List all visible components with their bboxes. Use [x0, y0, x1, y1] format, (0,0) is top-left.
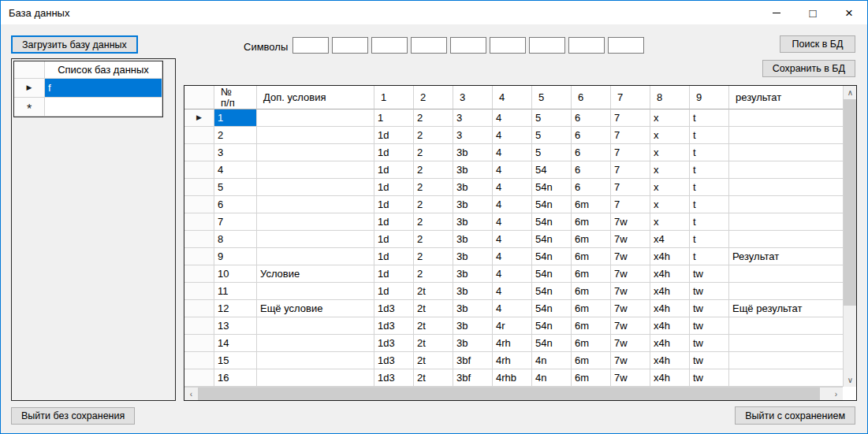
symbol-input-6[interactable]	[490, 37, 526, 54]
grid-cell[interactable]: 2	[414, 127, 453, 144]
column-header-2[interactable]: Доп. условия	[257, 86, 374, 109]
exit-without-save-button[interactable]: Выйти без сохранения	[11, 407, 135, 425]
grid-cell[interactable]: 8	[214, 231, 257, 248]
grid-cell[interactable]: 2	[414, 196, 453, 213]
grid-cell[interactable]	[257, 317, 374, 335]
grid-cell[interactable]: 7w	[611, 248, 650, 265]
grid-cell[interactable]: 54n	[532, 248, 572, 265]
grid-cell[interactable]: 7	[611, 196, 650, 213]
grid-cell[interactable]: t	[690, 196, 729, 213]
grid-cell[interactable]	[729, 283, 843, 300]
grid-cell[interactable]: 4	[493, 213, 532, 231]
row-header[interactable]	[184, 127, 214, 144]
grid-cell[interactable]: 54n	[532, 196, 572, 213]
grid-cell[interactable]: 54n	[532, 213, 572, 231]
grid-cell[interactable]: 3bf	[453, 369, 493, 387]
grid-cell[interactable]: x4h	[650, 300, 690, 317]
grid-cell[interactable]: 4r	[493, 317, 532, 335]
grid-cell[interactable]: 54n	[532, 231, 572, 248]
row-header[interactable]	[184, 369, 214, 387]
row-header[interactable]	[184, 179, 214, 196]
grid-cell[interactable]: Ещё результат	[729, 300, 843, 317]
row-header[interactable]	[184, 335, 214, 352]
minimize-icon[interactable]	[758, 1, 795, 24]
row-header[interactable]	[184, 352, 214, 369]
grid-cell[interactable]: 5	[532, 127, 572, 144]
grid-cell[interactable]: 1d3	[374, 317, 414, 335]
grid-cell[interactable]: 4rhb	[493, 369, 532, 387]
grid-cell[interactable]: 7	[214, 213, 257, 231]
grid-cell[interactable]: 54	[532, 161, 572, 179]
grid-cell[interactable]	[257, 213, 374, 231]
grid-cell[interactable]: 6m	[572, 213, 611, 231]
grid-cell[interactable]: 1d	[374, 265, 414, 283]
grid-cell[interactable]: 3	[214, 144, 257, 161]
row-selector[interactable]: ▶	[14, 79, 45, 98]
grid-cell[interactable]	[257, 127, 374, 144]
grid-cell[interactable]: 2	[414, 179, 453, 196]
new-row-indicator[interactable]: *	[14, 98, 45, 117]
grid-cell[interactable]: x	[650, 109, 690, 127]
grid-cell[interactable]: 4n	[532, 369, 572, 387]
grid-cell[interactable]: 7w	[611, 317, 650, 335]
grid-cell[interactable]: 4	[493, 179, 532, 196]
grid-cell[interactable]: 4	[493, 196, 532, 213]
row-header[interactable]	[184, 283, 214, 300]
grid-cell[interactable]: 7	[611, 109, 650, 127]
row-header[interactable]	[184, 196, 214, 213]
grid-cell[interactable]: t	[690, 161, 729, 179]
horizontal-scrollbar[interactable]: ‹ ›	[184, 387, 843, 400]
scroll-right-icon[interactable]: ›	[829, 388, 843, 401]
row-header[interactable]	[184, 213, 214, 231]
grid-cell[interactable]: 6m	[572, 283, 611, 300]
grid-cell[interactable]: 7w	[611, 352, 650, 369]
row-header[interactable]: ▶	[184, 109, 214, 127]
row-header[interactable]	[184, 144, 214, 161]
scroll-down-icon[interactable]: ∨	[844, 373, 857, 387]
grid-cell[interactable]: tw	[690, 300, 729, 317]
grid-cell[interactable]	[257, 369, 374, 387]
grid-cell[interactable]	[257, 283, 374, 300]
grid-cell[interactable]: x	[650, 213, 690, 231]
grid-cell[interactable]: 3bf	[453, 352, 493, 369]
grid-cell[interactable]: 54n	[532, 179, 572, 196]
grid-cell[interactable]: x	[650, 161, 690, 179]
symbol-input-2[interactable]	[332, 37, 368, 54]
row-header[interactable]	[184, 300, 214, 317]
grid-cell[interactable]: 7	[611, 161, 650, 179]
grid-cell[interactable]: 7	[611, 144, 650, 161]
grid-cell[interactable]: t	[690, 179, 729, 196]
grid-cell[interactable]: x4	[650, 231, 690, 248]
grid-cell[interactable]: 7	[611, 127, 650, 144]
symbol-input-1[interactable]	[292, 37, 329, 54]
grid-cell[interactable]	[729, 369, 843, 387]
grid-cell[interactable]: 2t	[414, 283, 453, 300]
grid-cell[interactable]: tw	[690, 352, 729, 369]
grid-cell[interactable]: 6m	[572, 335, 611, 352]
grid-cell[interactable]: 16	[214, 369, 257, 387]
grid-cell[interactable]: tw	[690, 335, 729, 352]
grid-cell[interactable]: 3b	[453, 231, 493, 248]
grid-cell[interactable]: 4rh	[493, 352, 532, 369]
grid-cell[interactable]: tw	[690, 265, 729, 283]
grid-cell[interactable]: 4rh	[493, 335, 532, 352]
grid-cell[interactable]: 2	[414, 248, 453, 265]
scroll-up-icon[interactable]: ∧	[844, 86, 857, 99]
db-list-cell[interactable]: f	[45, 79, 162, 98]
grid-cell[interactable]: 9	[214, 248, 257, 265]
grid-cell[interactable]: 1	[214, 109, 257, 127]
grid-cell[interactable]	[257, 161, 374, 179]
grid-cell[interactable]: 4	[493, 127, 532, 144]
grid-cell[interactable]: x	[650, 144, 690, 161]
grid-cell[interactable]: x	[650, 179, 690, 196]
row-header[interactable]	[184, 265, 214, 283]
grid-cell[interactable]: 7w	[611, 213, 650, 231]
grid-cell[interactable]: t	[690, 231, 729, 248]
grid-cell[interactable]: t	[690, 127, 729, 144]
grid-cell[interactable]: 7	[611, 179, 650, 196]
grid-cell[interactable]: t	[690, 109, 729, 127]
row-header[interactable]	[184, 317, 214, 335]
grid-cell[interactable]: 2	[414, 144, 453, 161]
grid-cell[interactable]: 6m	[572, 248, 611, 265]
grid-cell[interactable]	[729, 127, 843, 144]
